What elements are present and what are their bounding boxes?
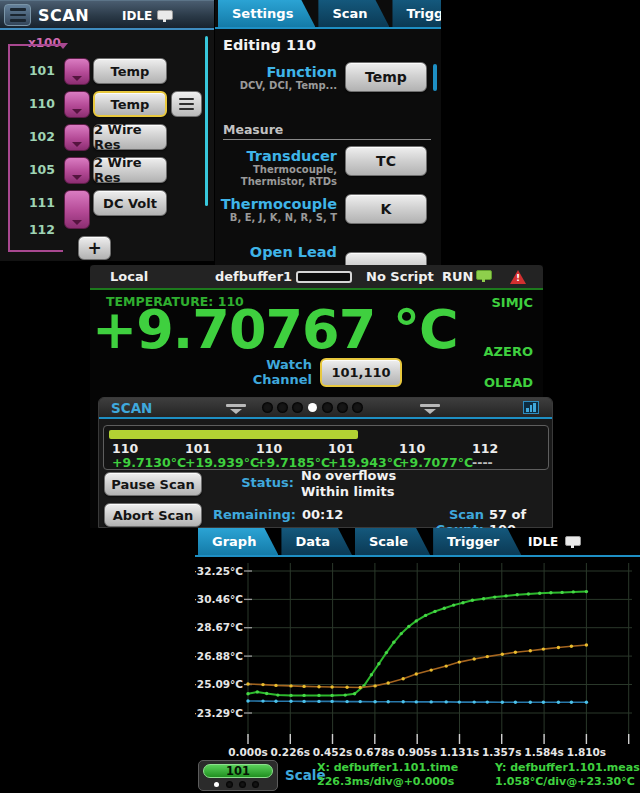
- reading-channel: 101: [328, 442, 402, 456]
- svg-text:0.678s: 0.678s: [355, 746, 394, 758]
- scan-reading: 101+19.943°C: [328, 442, 402, 470]
- swipe-down-icon[interactable]: [225, 404, 247, 414]
- scan-list-header: SCAN IDLE: [0, 0, 214, 30]
- svg-text:+28.67°C: +28.67°C: [195, 621, 243, 633]
- editing-title: Editing 110: [223, 37, 316, 53]
- settings-row: Open Lead: [215, 242, 437, 266]
- tab-underline: [215, 27, 441, 29]
- channel-function-button[interactable]: Temp: [93, 91, 167, 117]
- scan-monitor-title: SCAN: [111, 400, 152, 416]
- trace-selector[interactable]: 101: [198, 760, 278, 791]
- tab-graph[interactable]: Graph: [198, 528, 278, 555]
- trigger-mode-icon: [157, 10, 173, 20]
- page-dot[interactable]: [240, 782, 245, 787]
- page-dot[interactable]: [353, 403, 362, 412]
- channel-menu-button[interactable]: [171, 91, 202, 117]
- tab-trigger[interactable]: Trigger: [392, 0, 441, 27]
- grid: [244, 563, 632, 737]
- swipe-down-icon[interactable]: [419, 404, 441, 414]
- settings-panel: SettingsScanTrigger Editing 110 Function…: [215, 0, 441, 266]
- svg-text:0.905s: 0.905s: [397, 746, 436, 758]
- tab-scan[interactable]: Scan: [318, 0, 389, 27]
- active-buffer-label[interactable]: defbuffer1: [215, 269, 292, 284]
- setting-label: Thermocouple: [215, 196, 337, 212]
- setting-label-block: FunctionDCV, DCI, Temp...: [215, 62, 337, 92]
- add-channel-button[interactable]: +: [78, 236, 111, 260]
- remaining-value: 00:12: [302, 507, 343, 522]
- graph-shortcut-icon[interactable]: [523, 401, 539, 414]
- temperature-plot[interactable]: +32.25°C+30.46°C+28.67°C+26.88°C+25.09°C…: [195, 557, 640, 758]
- page-dot[interactable]: [338, 403, 347, 412]
- script-label[interactable]: No Script: [366, 269, 434, 284]
- tab-trigger[interactable]: Trigger: [433, 528, 521, 555]
- page-dot[interactable]: [323, 403, 332, 412]
- status-line: Within limits: [301, 484, 394, 499]
- page-dot[interactable]: [227, 782, 232, 787]
- menu-icon[interactable]: [4, 4, 31, 26]
- abort-scan-button[interactable]: Abort Scan: [104, 503, 202, 527]
- tab-data[interactable]: Data: [281, 528, 352, 555]
- svg-text:+32.25°C: +32.25°C: [195, 565, 243, 577]
- tab-settings[interactable]: Settings: [218, 0, 315, 27]
- channel-list-scrollbar[interactable]: [205, 36, 208, 206]
- pause-scan-button[interactable]: Pause Scan: [104, 472, 202, 496]
- setting-value-button[interactable]: Temp: [345, 62, 427, 92]
- page-dot[interactable]: [253, 782, 258, 787]
- setting-sublabel: B, E, J, K, N, R, S, T: [215, 212, 337, 224]
- page-dot[interactable]: [263, 403, 272, 412]
- status-label: Status:: [209, 475, 294, 490]
- setting-label: Transducer: [215, 148, 337, 164]
- scan-reading: 110+9.7077°C: [399, 442, 473, 470]
- svg-text:0.226s: 0.226s: [271, 746, 310, 758]
- svg-text:0.000s: 0.000s: [228, 746, 267, 758]
- setting-label: Function: [215, 64, 337, 80]
- trigger-state-label: IDLE: [528, 535, 558, 549]
- page-dot[interactable]: [214, 782, 219, 787]
- channel-slider[interactable]: [64, 91, 90, 118]
- trigger-state-label: IDLE: [122, 9, 152, 23]
- watch-channel-button[interactable]: 101,110: [320, 358, 402, 387]
- buffer-fill-icon[interactable]: [296, 271, 352, 283]
- scan-progress-bar: [109, 430, 358, 439]
- scan-readings-box: 110+9.7130°C101+19.939°C110+9.7185°C101+…: [103, 425, 549, 470]
- channel-slider[interactable]: [64, 190, 90, 229]
- scan-channel-list-panel: SCAN IDLE x100 101Temp110Temp1022 Wire R…: [0, 0, 214, 261]
- y-axis-info: Y: defbuffer1.101.meas 1.058°C/div@+23.3…: [495, 761, 640, 788]
- setting-value-button[interactable]: K: [345, 194, 427, 224]
- scan-reading: 110+9.7185°C: [256, 442, 330, 470]
- channel-function-button[interactable]: 2 Wire Res: [93, 124, 167, 150]
- reading-channel: 110: [112, 442, 186, 456]
- channel-number: 102: [5, 129, 55, 144]
- channel-slider[interactable]: [64, 157, 90, 184]
- page-dot[interactable]: [308, 403, 317, 412]
- scan-reading: 101+19.939°C: [185, 442, 259, 470]
- trace-channel-pill[interactable]: 101: [203, 764, 273, 778]
- channel-slider[interactable]: [64, 124, 90, 151]
- bracket-arrow-icon: [58, 43, 68, 49]
- swipe-page-dots: [263, 403, 362, 412]
- page-dot[interactable]: [278, 403, 287, 412]
- comm-mode-label[interactable]: Local: [110, 269, 148, 284]
- warning-icon[interactable]: [510, 270, 526, 284]
- tab-scale[interactable]: Scale: [355, 528, 430, 555]
- main-reading: +9.70767 °C: [92, 298, 458, 361]
- channel-slider[interactable]: [64, 58, 90, 85]
- channel-number: 101: [5, 63, 55, 78]
- svg-text:+26.88°C: +26.88°C: [195, 650, 243, 662]
- trigger-state-label[interactable]: RUN: [442, 269, 473, 284]
- page-dot[interactable]: [293, 403, 302, 412]
- channel-function-button[interactable]: DC Volt: [93, 190, 167, 216]
- settings-scrollbar[interactable]: [433, 64, 437, 91]
- settings-row: FunctionDCV, DCI, Temp...Temp: [215, 62, 437, 92]
- setting-value-button[interactable]: [345, 252, 427, 266]
- scan-reading: 112----: [472, 442, 498, 470]
- channel-function-button[interactable]: Temp: [93, 58, 167, 84]
- svg-text:1.810s: 1.810s: [567, 746, 606, 758]
- channel-number: 112: [5, 222, 55, 237]
- channel-number: 105: [5, 162, 55, 177]
- setting-sublabel: Thermistor, RTDs: [215, 176, 337, 188]
- app-title: SCAN: [38, 6, 89, 25]
- channel-function-button[interactable]: 2 Wire Res: [93, 157, 167, 183]
- svg-text:+25.09°C: +25.09°C: [195, 678, 243, 690]
- setting-value-button[interactable]: TC: [345, 146, 427, 176]
